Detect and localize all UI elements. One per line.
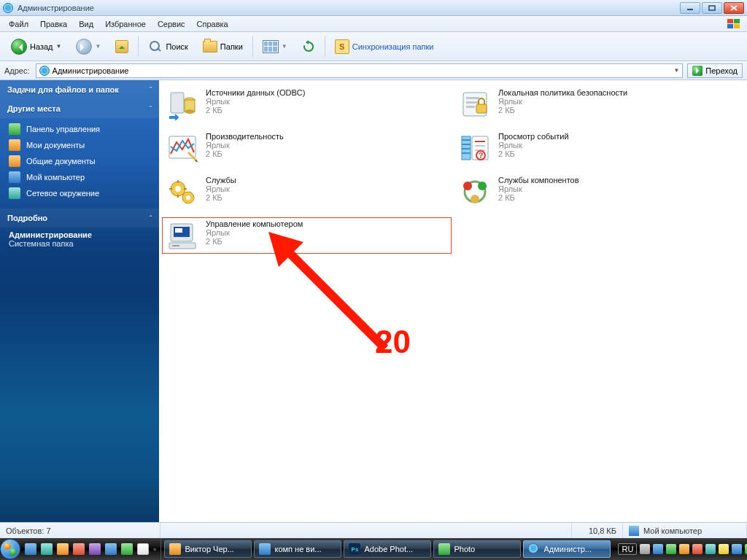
ql-player-icon[interactable] <box>137 543 149 555</box>
ql-firefox-icon[interactable] <box>57 543 69 555</box>
task-admin-tools[interactable]: Администр... <box>523 540 611 558</box>
ql-overflow-icon[interactable]: » <box>153 546 156 553</box>
language-indicator[interactable]: RU <box>618 543 637 555</box>
item-computer-management[interactable]: Управление компьютером Ярлык 2 КБ <box>162 217 452 254</box>
tray-icon[interactable] <box>679 544 689 554</box>
sidebar-item-label: Мой компьютер <box>26 173 85 182</box>
svg-rect-20 <box>462 152 471 154</box>
sidebar-item-network[interactable]: Сетевое окружение <box>0 185 159 201</box>
folders-button[interactable]: Папки <box>198 36 248 58</box>
item-odbc-data-sources[interactable]: Источники данных (ODBC) Ярлык 2 КБ <box>162 86 452 122</box>
component-services-icon <box>459 176 491 208</box>
tray-icon[interactable] <box>640 544 650 554</box>
menu-edit[interactable]: Правка <box>34 18 73 30</box>
item-event-viewer[interactable]: ? Просмотр событий Ярлык 2 КБ <box>454 130 744 166</box>
section-file-tasks[interactable]: Задачи для файлов и папок ˇ <box>0 80 159 99</box>
back-button[interactable]: Назад ▼ <box>6 36 66 58</box>
titlebar[interactable]: Администрирование <box>0 0 747 16</box>
sync-button[interactable]: S Синхронизация папки <box>330 36 439 58</box>
go-label: Переход <box>705 66 738 75</box>
control-panel-icon <box>9 123 20 135</box>
menu-file[interactable]: Файл <box>3 18 34 30</box>
task-photoshop[interactable]: Ps Adobe Phot... <box>344 540 431 558</box>
go-button[interactable]: Переход <box>687 63 743 78</box>
quick-launch: » <box>20 538 161 560</box>
task-photo[interactable]: Photo <box>433 540 521 558</box>
status-size: 10,8 КБ <box>572 523 623 538</box>
search-label: Поиск <box>166 42 187 51</box>
task-label: Photo <box>454 545 475 553</box>
ql-browser-icon[interactable] <box>41 543 53 555</box>
tray-icon[interactable] <box>705 544 716 554</box>
address-dropdown-icon[interactable]: ▼ <box>673 67 679 74</box>
section-details[interactable]: Подробно ˆ <box>0 209 159 228</box>
window-controls <box>680 2 744 14</box>
menu-view[interactable]: Вид <box>73 18 99 30</box>
ql-app-icon[interactable] <box>105 543 117 555</box>
svg-rect-13 <box>466 106 475 108</box>
ql-app-icon[interactable] <box>73 543 85 555</box>
status-spacer <box>160 523 572 538</box>
tray-icon[interactable] <box>719 544 729 554</box>
ql-app-icon[interactable] <box>89 543 101 555</box>
windows-flag-icon[interactable] <box>724 18 744 31</box>
refresh-button[interactable] <box>297 36 320 58</box>
item-component-services[interactable]: Службы компонентов Ярлык 2 КБ <box>454 174 744 210</box>
computer-management-icon <box>166 219 198 252</box>
tray-icon[interactable] <box>666 544 676 554</box>
window-title: Администрирование <box>18 4 680 12</box>
status-objects: Объектов: 7 <box>0 523 160 538</box>
folder-view[interactable]: Источники данных (ODBC) Ярлык 2 КБ Локал… <box>159 80 747 522</box>
task-firefox[interactable]: Виктор Чер... <box>164 540 252 558</box>
svg-rect-4 <box>727 24 733 28</box>
ql-app-icon[interactable] <box>121 543 133 555</box>
up-button[interactable] <box>110 36 133 58</box>
views-icon <box>263 40 279 53</box>
address-input[interactable]: Администрирование ▼ <box>36 63 684 78</box>
event-viewer-icon: ? <box>459 132 491 164</box>
svg-rect-0 <box>687 9 693 10</box>
item-services[interactable]: Службы Ярлык 2 КБ <box>162 174 452 210</box>
minimize-button[interactable] <box>680 2 700 14</box>
item-type: Ярлык <box>498 141 569 149</box>
sidebar-item-control-panel[interactable]: Панель управления <box>0 121 159 137</box>
item-label: Локальная политика безопасности <box>498 88 627 97</box>
item-local-security-policy[interactable]: Локальная политика безопасности Ярлык 2 … <box>454 86 744 122</box>
security-policy-icon <box>459 88 491 120</box>
menu-help[interactable]: Справка <box>191 18 234 30</box>
task-label: комп не ви... <box>274 545 321 553</box>
svg-rect-12 <box>466 101 479 104</box>
item-type: Ярлык <box>498 97 627 106</box>
task-label: Adobe Phot... <box>364 545 413 553</box>
item-size: 2 КБ <box>206 149 284 158</box>
forward-button[interactable]: ▼ <box>71 36 106 58</box>
chevron-down-icon: ˇ <box>150 86 152 93</box>
toolbar-separator <box>138 36 139 57</box>
tray-icon[interactable] <box>653 544 663 554</box>
start-button[interactable] <box>0 538 20 560</box>
sidebar-item-my-documents[interactable]: Мои документы <box>0 137 159 153</box>
odbc-icon <box>166 88 198 120</box>
chevron-down-icon: ▼ <box>95 43 101 50</box>
task-word[interactable]: комп не ви... <box>254 540 341 558</box>
search-button[interactable]: Поиск <box>143 36 193 58</box>
item-label: Службы компонентов <box>498 176 579 184</box>
close-button[interactable] <box>724 2 744 14</box>
tray-network-icon[interactable] <box>732 544 742 554</box>
menu-favorites[interactable]: Избранное <box>99 18 152 30</box>
section-title: Другие места <box>7 104 61 113</box>
tray-icon[interactable] <box>692 544 703 554</box>
sidebar-item-label: Панель управления <box>26 125 100 133</box>
item-performance[interactable]: Производительность Ярлык 2 КБ <box>162 130 452 166</box>
menu-service[interactable]: Сервис <box>152 18 191 30</box>
svg-point-38 <box>471 195 479 203</box>
my-computer-icon <box>629 526 639 536</box>
sidebar-item-my-computer[interactable]: Мой компьютер <box>0 169 159 185</box>
views-button[interactable]: ▼ <box>258 36 293 58</box>
section-other-places[interactable]: Другие места ˆ <box>0 99 159 118</box>
svg-point-30 <box>186 195 190 200</box>
sidebar-item-shared-documents[interactable]: Общие документы <box>0 153 159 169</box>
ql-show-desktop-icon[interactable] <box>25 543 36 555</box>
maximize-button[interactable] <box>702 2 722 14</box>
item-type: Ярлык <box>498 184 579 193</box>
